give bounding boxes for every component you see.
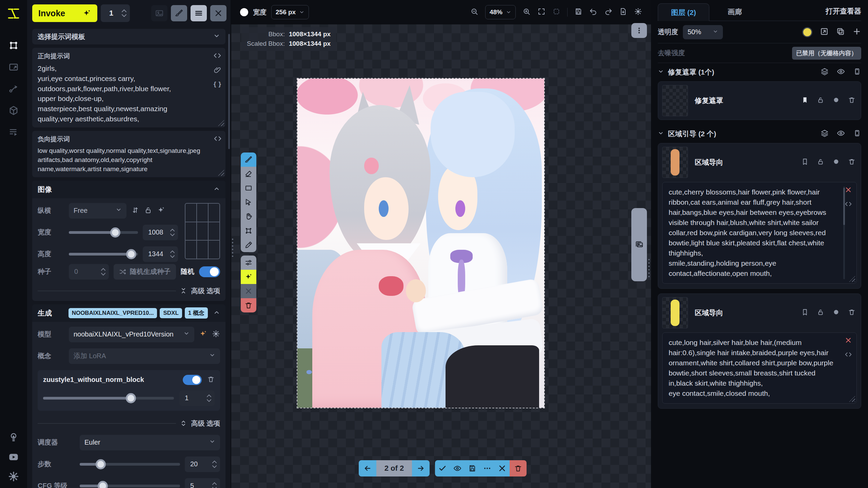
negative-prompt-input[interactable]: low quality,worst quality,normal quality…	[38, 146, 221, 174]
redo-icon[interactable]	[604, 7, 612, 17]
settings-gear-icon[interactable]	[5, 468, 22, 485]
save-canvas-icon[interactable]	[574, 7, 583, 17]
prompt-code-icon[interactable]	[214, 52, 221, 61]
accept-image-button[interactable]	[435, 460, 450, 476]
canvas-image[interactable]	[297, 79, 544, 408]
prev-image-button[interactable]	[359, 460, 376, 476]
steps-slider[interactable]	[80, 463, 180, 466]
lock-open-icon[interactable]	[817, 308, 824, 317]
add-lora-select[interactable]: 添加 LoRA	[69, 348, 220, 364]
nav-models-tab[interactable]	[5, 102, 22, 119]
brush-mode-button[interactable]	[171, 5, 187, 21]
bookmark-icon[interactable]	[801, 158, 809, 167]
params-scrollbar[interactable]	[228, 34, 230, 149]
width-stepper[interactable]: 1008	[143, 225, 178, 240]
width-slider[interactable]	[69, 231, 138, 234]
opacity-select[interactable]: 50%	[683, 25, 723, 39]
advanced-options-label[interactable]: 高级 选项	[191, 419, 220, 428]
move-tool-button[interactable]	[241, 195, 256, 209]
resize-handle[interactable]	[849, 276, 855, 282]
merge-layers-icon[interactable]	[821, 67, 829, 77]
remove-prompt-icon[interactable]	[845, 186, 852, 195]
lora-trash-icon[interactable]	[207, 375, 215, 384]
discard-all-button[interactable]	[510, 460, 527, 476]
seed-input[interactable]: 0	[69, 264, 109, 280]
transform-tool-button[interactable]	[241, 224, 256, 238]
aspect-select[interactable]: Free	[69, 203, 126, 219]
delete-tool-button[interactable]	[241, 298, 256, 312]
image-mode-button[interactable]	[151, 5, 167, 21]
canvas-board[interactable]: Bbox: 1008×1344 px Scaled Bbox: 1008×134…	[231, 24, 651, 488]
prompt-code-icon[interactable]	[845, 201, 852, 209]
visibility-eye-icon[interactable]	[837, 129, 845, 139]
add-layer-icon[interactable]	[852, 27, 861, 37]
open-viewer-button[interactable]: 打开查看器	[826, 6, 861, 21]
youtube-icon[interactable]	[5, 449, 22, 465]
save-to-gallery-icon[interactable]	[619, 7, 627, 17]
eraser-tool-button[interactable]	[241, 167, 256, 181]
positive-prompt-input[interactable]: 2girls, yuri,eye contact,princess carry,…	[38, 63, 221, 124]
zoom-level-select[interactable]: 48%	[485, 5, 516, 19]
zoom-out-icon[interactable]	[470, 7, 478, 17]
gallery-panel-toggle-button[interactable]	[631, 208, 647, 281]
generation-section-header[interactable]: 生成 NOOBAIXLNAIXL_VPRED10... SDXL 1 概念	[32, 304, 225, 322]
enabled-dot-icon[interactable]	[832, 308, 840, 317]
menu-button[interactable]	[191, 5, 207, 21]
height-stepper[interactable]: 1344	[143, 246, 178, 262]
trash-icon[interactable]	[848, 96, 855, 105]
scheduler-select[interactable]: Euler	[80, 435, 220, 450]
generate-tool-button[interactable]	[241, 270, 256, 284]
lock-aspect-icon[interactable]	[144, 206, 152, 216]
right-panel-resize-handle[interactable]	[648, 259, 650, 277]
enabled-dot-icon[interactable]	[832, 158, 840, 167]
layer-color-swatch[interactable]	[802, 27, 812, 37]
nav-canvas-tab[interactable]	[5, 37, 22, 54]
whats-new-icon[interactable]	[5, 429, 22, 445]
eyedropper-tool-button[interactable]	[241, 238, 256, 252]
next-image-button[interactable]	[412, 460, 430, 476]
invoke-button[interactable]: Invoke	[32, 4, 97, 22]
undo-icon[interactable]	[589, 7, 597, 17]
nav-queue-tab[interactable]	[5, 124, 22, 140]
regional-prompt-input[interactable]: cute,cherry blossoms,hair flower,pink fl…	[669, 187, 835, 279]
zoom-in-icon[interactable]	[522, 7, 531, 17]
image-section-header[interactable]: 图像	[32, 181, 225, 198]
pan-tool-button[interactable]	[241, 209, 256, 224]
lora-weight-slider[interactable]	[43, 397, 174, 400]
enabled-dot-icon[interactable]	[832, 96, 840, 105]
canvas-settings-gear-icon[interactable]	[634, 7, 642, 17]
nav-workflows-tab[interactable]	[5, 81, 22, 97]
random-seed-toggle[interactable]	[199, 266, 220, 277]
regional-guidance-card-2[interactable]: 区域导向 cute,long hair,silver hair,blue hai…	[658, 293, 861, 409]
regional-guidance-section-header[interactable]: 区域引导 (2 个)	[658, 125, 861, 143]
batch-count-arrows[interactable]	[122, 9, 130, 17]
steps-stepper[interactable]: 20	[185, 456, 220, 472]
prompt-code-icon[interactable]	[845, 351, 852, 359]
regional-prompt-input[interactable]: cute,long hair,silver hair,blue hair,(me…	[669, 338, 835, 399]
lora-weight-stepper[interactable]: 1	[179, 390, 215, 406]
lock-open-icon[interactable]	[817, 158, 824, 167]
cfg-stepper[interactable]: 5	[185, 478, 220, 488]
inpaint-mask-layer-card[interactable]: 修复遮罩	[658, 81, 861, 120]
regional-guidance-card-1[interactable]: 区域导向 cute,cherry blossoms,hair flower,pi…	[658, 143, 861, 289]
tab-layers[interactable]: 图层 (2)	[658, 3, 709, 21]
batch-count-stepper[interactable]: 1	[101, 4, 130, 22]
tab-gallery[interactable]: 画廊	[709, 3, 760, 21]
randomize-seed-button[interactable]: 随机生成种子	[114, 264, 176, 280]
lora-enabled-toggle[interactable]	[183, 375, 202, 385]
duplicate-layer-icon[interactable]	[836, 27, 845, 37]
brush-tool-button[interactable]	[241, 152, 256, 167]
fit-layer-icon[interactable]	[820, 27, 829, 37]
bookmark-icon[interactable]	[801, 308, 809, 317]
fit-to-view-icon[interactable]	[537, 7, 546, 17]
inpaint-mask-section-header[interactable]: 修复遮罩 (1个)	[658, 63, 861, 81]
collapse-advanced-icon[interactable]	[180, 420, 187, 427]
model-select[interactable]: noobaiXLNAIXL_vPred10Version	[69, 327, 194, 342]
frame-icon[interactable]	[853, 129, 861, 139]
close-panel-button[interactable]	[210, 5, 226, 21]
optimize-size-icon[interactable]	[157, 206, 165, 216]
paperclip-icon[interactable]	[214, 66, 221, 75]
remove-prompt-icon[interactable]	[845, 337, 852, 345]
braces-icon[interactable]: { }	[214, 80, 221, 88]
expand-advanced-icon[interactable]	[180, 287, 187, 294]
